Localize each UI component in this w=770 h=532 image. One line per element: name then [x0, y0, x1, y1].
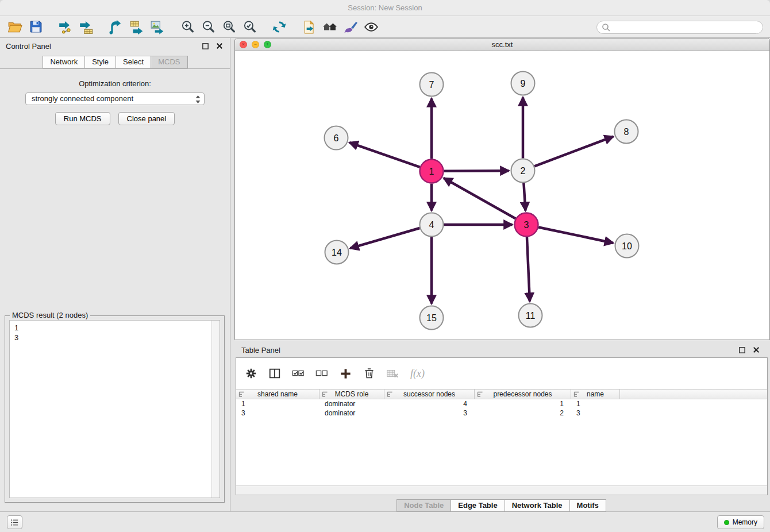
deselect-all-button[interactable]	[314, 366, 329, 381]
node-2[interactable]: 2	[511, 159, 535, 183]
edge-3-11[interactable]	[527, 237, 530, 301]
column-header-name[interactable]: name	[571, 390, 620, 399]
search-input[interactable]	[613, 24, 758, 32]
open-file-button[interactable]	[5, 18, 25, 36]
node-6[interactable]: 6	[325, 126, 348, 150]
show-hide-button[interactable]	[361, 18, 382, 36]
edge-3-1[interactable]	[444, 178, 515, 218]
close-table-panel-button[interactable]	[752, 345, 761, 354]
tab-network-table[interactable]: Network Table	[505, 499, 570, 512]
table-cell: 3	[571, 408, 620, 418]
dropdown-spinner-icon	[195, 95, 201, 107]
result-item[interactable]: 1	[14, 323, 207, 333]
table-row[interactable]: 3dominator323	[236, 408, 767, 418]
node-15[interactable]: 15	[420, 306, 444, 330]
save-session-button[interactable]	[25, 18, 46, 36]
table-row[interactable]: 1dominator411	[236, 399, 767, 408]
network-window: × − + scc.txt 7968124314101511	[234, 38, 770, 340]
apply-style-button[interactable]	[340, 18, 361, 36]
show-columns-button[interactable]	[267, 366, 282, 381]
column-header-successor-nodes[interactable]: successor nodes	[384, 390, 475, 399]
tab-style[interactable]: Style	[84, 56, 116, 68]
table-settings-button[interactable]	[244, 366, 259, 381]
table-toolbar: f(x)	[236, 358, 767, 389]
edge-1-6[interactable]	[349, 142, 420, 167]
memory-status-icon	[724, 520, 729, 525]
memory-button[interactable]: Memory	[717, 515, 764, 529]
traffic-lights: × − +	[240, 41, 271, 48]
search-box[interactable]	[596, 21, 763, 34]
application-window: Session: New Session Control Panel	[0, 0, 770, 532]
edge-2-8[interactable]	[534, 137, 613, 167]
tab-edge-table[interactable]: Edge Table	[451, 499, 505, 512]
mcds-result-box: MCDS result (2 nodes) 13	[5, 315, 225, 503]
zoom-out-button[interactable]	[198, 18, 218, 36]
node-14[interactable]: 14	[325, 241, 349, 264]
float-panel-button[interactable]	[201, 41, 210, 51]
edge-4-14[interactable]	[351, 228, 420, 248]
column-header-predecessor-nodes[interactable]: predecessor nodes	[475, 390, 571, 399]
sort-icon	[322, 391, 328, 399]
float-table-panel-button[interactable]	[737, 345, 746, 354]
delete-column-button[interactable]	[361, 366, 376, 381]
select-all-button[interactable]	[291, 366, 306, 381]
column-header-shared-name[interactable]: shared name	[236, 390, 319, 399]
node-8[interactable]: 8	[615, 120, 638, 144]
column-header-MCDS-role[interactable]: MCDS role	[319, 390, 384, 399]
refresh-icon	[272, 20, 287, 34]
result-item[interactable]: 3	[14, 333, 207, 342]
network-window-titlebar[interactable]: × − + scc.txt	[235, 38, 769, 51]
tab-mcds[interactable]: MCDS	[151, 56, 187, 68]
task-history-button[interactable]	[7, 515, 22, 529]
svg-text:2: 2	[521, 166, 526, 176]
window-titlebar[interactable]: Session: New Session	[0, 0, 770, 16]
node-11[interactable]: 11	[519, 304, 542, 327]
new-network-from-selection-button[interactable]	[106, 18, 126, 36]
tab-network[interactable]: Network	[43, 56, 85, 68]
edge-2-3[interactable]	[523, 183, 525, 210]
close-mcds-panel-button[interactable]: Close panel	[118, 112, 175, 125]
criterion-value: strongly connected component	[32, 94, 133, 103]
criterion-dropdown[interactable]: strongly connected component	[25, 92, 205, 105]
node-10[interactable]: 10	[615, 234, 639, 258]
zoom-in-icon	[180, 20, 195, 34]
table-export-icon	[129, 20, 144, 34]
export-table-button[interactable]	[126, 18, 147, 36]
node-1[interactable]: 1	[420, 160, 444, 183]
import-table-button[interactable]	[76, 18, 97, 36]
export-image-button[interactable]	[147, 18, 168, 36]
run-mcds-button[interactable]: Run MCDS	[55, 112, 110, 125]
zoom-in-button[interactable]	[177, 18, 198, 36]
function-builder-button[interactable]: f(x)	[409, 366, 426, 381]
close-window-button[interactable]: ×	[240, 41, 247, 48]
table-cell: dominator	[319, 408, 384, 418]
zoom-window-button[interactable]: +	[264, 41, 271, 48]
result-scrollbar[interactable]	[211, 321, 220, 498]
duplicate-network-button[interactable]	[299, 18, 319, 36]
svg-text:10: 10	[622, 241, 632, 251]
import-network-button[interactable]	[55, 18, 76, 36]
table-horizontal-scrollbar[interactable]	[236, 485, 767, 495]
minimize-window-button[interactable]: −	[252, 41, 259, 48]
node-9[interactable]: 9	[511, 72, 535, 95]
refresh-view-button[interactable]	[269, 18, 290, 36]
tab-select[interactable]: Select	[116, 56, 151, 68]
edge-3-10[interactable]	[538, 227, 613, 242]
edge-1-2[interactable]	[444, 171, 509, 171]
node-4[interactable]: 4	[420, 213, 444, 237]
plus-icon	[339, 367, 352, 380]
close-panel-button[interactable]	[215, 41, 224, 51]
node-7[interactable]: 7	[420, 73, 444, 97]
task-list-icon	[10, 518, 20, 527]
tab-motifs[interactable]: Motifs	[569, 499, 606, 512]
add-column-button[interactable]	[338, 366, 353, 381]
node-3[interactable]: 3	[515, 213, 538, 237]
close-icon	[753, 346, 760, 353]
zoom-selected-button[interactable]	[239, 18, 260, 36]
tab-node-table[interactable]: Node Table	[396, 499, 451, 512]
control-panel-tabs: NetworkStyleSelectMCDS	[0, 56, 230, 68]
home-button[interactable]	[319, 18, 340, 36]
zoom-fit-button[interactable]	[218, 18, 239, 36]
network-graph[interactable]: 7968124314101511	[235, 51, 769, 340]
delete-table-button[interactable]	[385, 366, 400, 381]
